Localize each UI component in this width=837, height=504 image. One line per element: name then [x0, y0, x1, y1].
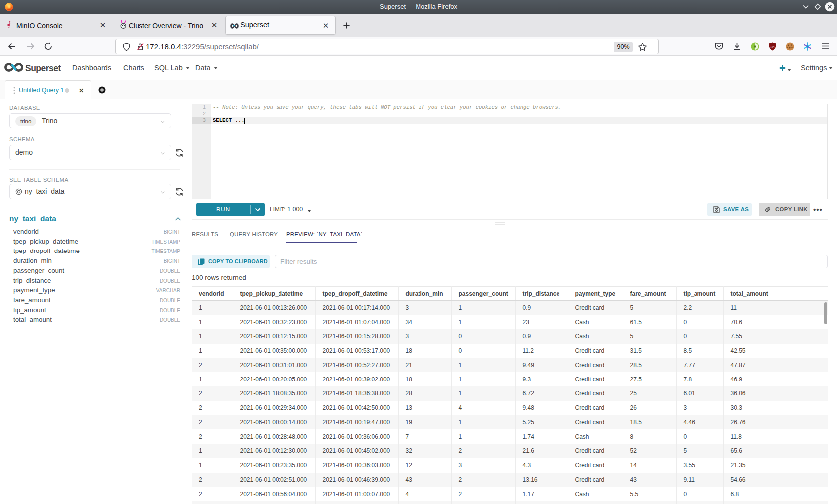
svg-text:uO: uO: [770, 46, 774, 49]
